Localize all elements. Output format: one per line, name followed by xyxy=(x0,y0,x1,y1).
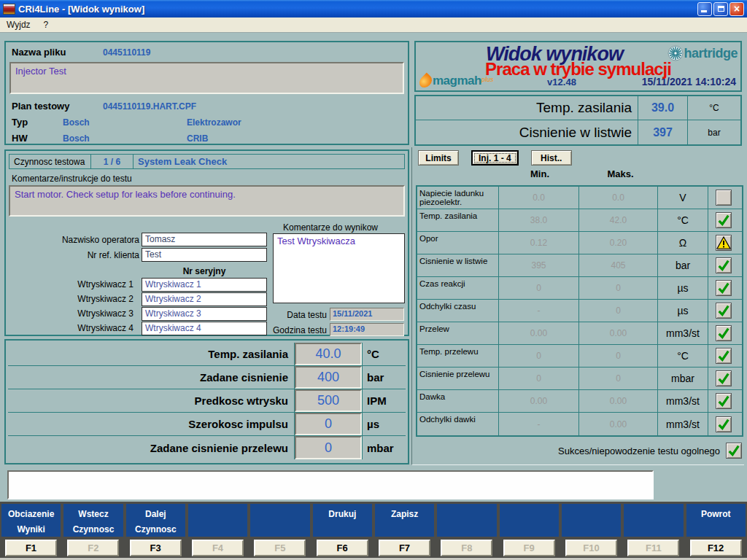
function-key-button[interactable]: F2 xyxy=(67,540,119,556)
client-ref-label: Nr ref. klienta xyxy=(12,250,139,260)
view-tab-button[interactable]: Inj. 1 - 4 xyxy=(471,150,519,166)
live-reading-unit: °C xyxy=(688,96,740,120)
hw-label: HW xyxy=(12,133,28,144)
close-button[interactable]: × xyxy=(729,2,744,16)
status-message-box xyxy=(7,470,654,499)
result-row: Cisnienie w listwie 395 405 bar xyxy=(417,254,742,277)
live-reading-value: 397 xyxy=(638,120,688,144)
operator-name-input[interactable]: Tomasz xyxy=(142,233,267,246)
function-label[interactable]: Zapisz xyxy=(375,504,434,537)
result-unit: V xyxy=(658,187,708,209)
result-max-value: 0 xyxy=(579,300,658,322)
result-min-value: 0 xyxy=(499,368,579,389)
result-max-value: 0 xyxy=(579,345,658,367)
function-label[interactable]: Dalej Czynnosc xyxy=(126,504,185,537)
result-parameter: Temp. zasilania xyxy=(417,209,499,231)
results-comments-input[interactable]: Test Wtryskiwacza xyxy=(273,233,405,303)
file-name-value: 0445110119 xyxy=(103,47,150,58)
result-parameter: Odchylki czasu xyxy=(417,300,499,322)
view-tab-button[interactable]: Hist.. xyxy=(531,150,572,166)
menu-help[interactable]: ? xyxy=(37,18,55,31)
check-icon xyxy=(717,349,730,362)
function-label[interactable]: Wstecz Czynnosc xyxy=(63,504,123,537)
function-label[interactable] xyxy=(624,504,683,537)
result-max-value: 0.20 xyxy=(579,232,658,254)
live-reading-label: Temp. zasilania xyxy=(416,96,638,120)
injector-label: Wtryskiwacz 2 xyxy=(6,294,133,304)
function-column: F9 xyxy=(498,502,560,558)
function-key-button[interactable]: F10 xyxy=(565,540,617,556)
setpoint-row: Zadane cisnienie 400 bar xyxy=(8,366,406,389)
function-label[interactable]: Powrot xyxy=(686,504,746,537)
status-indicator xyxy=(716,280,732,296)
function-label[interactable] xyxy=(562,504,621,537)
function-key-button[interactable]: F6 xyxy=(317,540,368,556)
view-tabs: Limits Inj. 1 - 4 Hist.. xyxy=(418,150,572,166)
serial-number-header: Nr seryjny xyxy=(142,266,267,276)
function-key-button[interactable]: F12 xyxy=(690,540,742,556)
function-key-button[interactable]: F4 xyxy=(192,540,244,556)
result-min-value: - xyxy=(499,413,579,435)
function-label[interactable] xyxy=(250,504,309,537)
function-bar: Obciazenie Wyniki F1 Wstecz Czynnosc F2 … xyxy=(0,502,747,560)
status-indicator xyxy=(716,370,732,386)
function-label[interactable] xyxy=(188,504,247,537)
result-row: Temp. zasilania 38.0 42.0 °C xyxy=(417,209,742,232)
result-row: Cisnienie przelewu 0 0 mbar xyxy=(417,368,742,390)
status-indicator xyxy=(716,393,732,409)
result-min-value: 0 xyxy=(499,345,579,367)
close-icon: × xyxy=(734,4,740,14)
setpoint-row: Predkosc wtrysku 500 IPM xyxy=(8,389,406,413)
result-min-value: - xyxy=(499,300,579,322)
result-row: Temp. przelewu 0 0 °C xyxy=(417,345,742,368)
view-tab-button[interactable]: Limits xyxy=(418,150,459,166)
function-label[interactable]: Drukuj xyxy=(313,504,372,537)
live-reading-row: Cisnienie w listwie 397 bar xyxy=(416,120,740,144)
function-key-button[interactable]: F8 xyxy=(441,540,492,556)
function-key-button[interactable]: F11 xyxy=(627,540,679,556)
result-parameter: Dawka xyxy=(417,390,499,412)
test-time-value: 12:19:49 xyxy=(330,323,404,336)
check-icon xyxy=(717,214,730,227)
function-key-button[interactable]: F1 xyxy=(5,540,57,556)
result-parameter: Cisnienie przelewu xyxy=(417,368,499,389)
results-header-panel: Widok wynikow Praca w trybie symulacji m… xyxy=(414,41,742,92)
status-indicator xyxy=(716,257,732,273)
overall-status-indicator xyxy=(726,443,742,459)
function-column: F11 xyxy=(622,502,684,558)
result-parameter: Napiecie ladunku piezoelektr. xyxy=(417,187,499,209)
setpoint-value: 40.0 xyxy=(295,343,362,365)
function-column: Dalej Czynnosc F3 xyxy=(125,502,187,558)
menu-exit[interactable]: Wyjdz xyxy=(0,18,37,31)
restore-button[interactable] xyxy=(713,2,728,16)
setpoint-label: Szerokosc impulsu xyxy=(8,413,295,435)
file-info-panel: Nazwa pliku 0445110119 Injector Test Pla… xyxy=(4,41,409,145)
type-value-2: Elektrozawor xyxy=(187,117,241,128)
function-label[interactable] xyxy=(500,504,559,537)
result-min-value: 0.00 xyxy=(499,322,579,344)
result-parameter: Czas reakcji xyxy=(417,277,499,299)
function-label[interactable] xyxy=(437,504,496,537)
minimize-button[interactable] xyxy=(697,2,712,16)
client-ref-input[interactable]: Test xyxy=(142,248,267,262)
function-column: F5 xyxy=(249,502,311,558)
result-max-value: 0.0 xyxy=(579,187,658,209)
window-title: CRi4Line - [Widok wynikow] xyxy=(18,4,144,15)
function-column: Obciazenie Wyniki F1 xyxy=(0,502,62,558)
injector-serial-input[interactable]: Wtryskiwacz 2 xyxy=(142,292,267,306)
function-label[interactable]: Obciazenie Wyniki xyxy=(1,504,61,537)
function-key-button[interactable]: F7 xyxy=(379,540,430,556)
setpoint-unit: bar xyxy=(362,366,406,389)
result-row: Odchylki dawki - 0.00 mm3/st xyxy=(417,413,742,435)
test-comments-label: Komentarze/instrukcje do testu xyxy=(12,174,132,184)
result-unit: µs xyxy=(658,300,708,322)
result-row: Przelew 0.00 0.00 mm3/st xyxy=(417,322,742,345)
hw-value-2: CRIB xyxy=(187,133,208,144)
injector-serial-input[interactable]: Wtryskiwacz 1 xyxy=(142,278,267,292)
function-key-button[interactable]: F5 xyxy=(254,540,306,556)
function-key-button[interactable]: F9 xyxy=(503,540,555,556)
injector-label: Wtryskiwacz 3 xyxy=(6,308,133,319)
result-min-value: 38.0 xyxy=(499,209,579,231)
result-max-value: 0 xyxy=(579,368,658,389)
function-key-button[interactable]: F3 xyxy=(130,540,182,556)
